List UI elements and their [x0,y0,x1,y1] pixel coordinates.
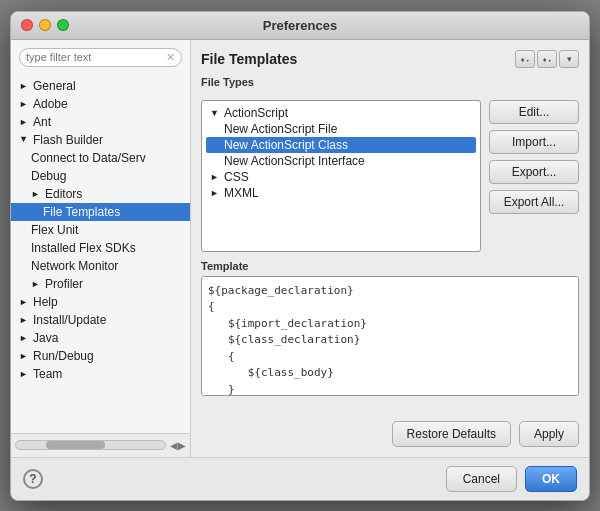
ft-item-label: MXML [224,186,259,200]
ft-item-actionscript[interactable]: ▼ ActionScript [206,105,476,121]
sidebar-tree: ► General ► Adobe ► Ant ► Flash Builder [11,75,190,433]
sidebar-item-flex-unit[interactable]: Flex Unit [11,221,190,239]
sidebar-item-profiler[interactable]: ► Profiler [11,275,190,293]
sidebar-item-label: Profiler [45,277,83,291]
ft-item-label: New ActionScript Class [224,138,348,152]
sidebar-item-label: Flex Unit [31,223,78,237]
search-container: ✕ [19,48,182,67]
help-icon[interactable]: ? [23,469,43,489]
sidebar-scrollbar-area: ◀▶ [11,433,190,457]
sidebar-item-install-update[interactable]: ► Install/Update [11,311,190,329]
ft-item-css[interactable]: ► CSS [206,169,476,185]
sidebar-item-debug[interactable]: Debug [11,167,190,185]
sidebar-item-label: Debug [31,169,66,183]
sidebar-item-label: Installed Flex SDKs [31,241,136,255]
arrow-icon: ► [19,369,29,379]
main-content: ✕ ► General ► Adobe ► Ant [11,40,589,457]
sidebar-item-label: Ant [33,115,51,129]
sidebar-item-flash-builder[interactable]: ► Flash Builder [11,131,190,149]
restore-apply-row: Restore Defaults Apply [201,417,579,447]
arrow-icon: ► [31,189,41,199]
sidebar-item-label: Team [33,367,62,381]
search-input[interactable] [26,51,166,63]
dialog-buttons: Cancel OK [446,466,577,492]
sidebar-item-label: Install/Update [33,313,106,327]
template-text: ${package_declaration} { ${import_declar… [208,283,572,396]
sidebar-item-help[interactable]: ► Help [11,293,190,311]
titlebar: Preferences [11,12,589,40]
arrow-icon: ▼ [210,108,220,118]
arrow-icon: ► [210,188,220,198]
nav-back-button[interactable]: ⬧▾ [515,50,535,68]
ft-item-new-as-class[interactable]: New ActionScript Class [206,137,476,153]
arrow-icon: ► [19,351,29,361]
import-button[interactable]: Import... [489,130,579,154]
sidebar-item-adobe[interactable]: ► Adobe [11,95,190,113]
ft-item-label: New ActionScript File [224,122,337,136]
sidebar-item-label: Adobe [33,97,68,111]
sidebar-item-java[interactable]: ► Java [11,329,190,347]
arrow-icon: ► [19,81,29,91]
sidebar-item-label: Help [33,295,58,309]
export-all-button[interactable]: Export All... [489,190,579,214]
sidebar-item-label: Java [33,331,58,345]
panel-header: File Templates ⬧▾ ⬧▾ ▾ [201,50,579,68]
template-content-box: ${package_declaration} { ${import_declar… [201,276,579,396]
window-title: Preferences [263,18,337,33]
window-controls [21,19,69,31]
arrow-icon: ► [19,333,29,343]
sidebar-item-label: Network Monitor [31,259,118,273]
arrow-icon: ► [210,172,220,182]
scrollbar-thumb [46,441,106,449]
sidebar-item-label: General [33,79,76,93]
preferences-window: Preferences ✕ ► General ► Adobe [10,11,590,501]
nav-menu-button[interactable]: ▾ [559,50,579,68]
panel-title: File Templates [201,51,297,67]
sidebar: ✕ ► General ► Adobe ► Ant [11,40,191,457]
export-button[interactable]: Export... [489,160,579,184]
scroll-nav-icons[interactable]: ◀▶ [170,440,186,451]
right-panel: File Templates ⬧▾ ⬧▾ ▾ File Types ▼ Acti… [191,40,589,457]
ft-item-label: ActionScript [224,106,288,120]
sidebar-item-connect[interactable]: Connect to Data/Serv [11,149,190,167]
sidebar-item-label: Editors [45,187,82,201]
sidebar-item-ant[interactable]: ► Ant [11,113,190,131]
maximize-button[interactable] [57,19,69,31]
ft-item-mxml[interactable]: ► MXML [206,185,476,201]
arrow-icon: ► [19,99,29,109]
sidebar-item-editors[interactable]: ► Editors [11,185,190,203]
bottom-bar: ? Cancel OK [11,457,589,500]
sidebar-item-label: Connect to Data/Serv [31,151,146,165]
sidebar-item-file-templates[interactable]: File Templates [11,203,190,221]
side-buttons: Edit... Import... Export... Export All..… [489,100,579,252]
sidebar-item-installed-flex-sdks[interactable]: Installed Flex SDKs [11,239,190,257]
cancel-button[interactable]: Cancel [446,466,517,492]
file-types-label: File Types [201,76,579,88]
sidebar-item-team[interactable]: ► Team [11,365,190,383]
file-types-section: ▼ ActionScript New ActionScript File New… [201,100,579,252]
sidebar-item-general[interactable]: ► General [11,77,190,95]
template-label: Template [201,260,579,272]
template-section: Template ${package_declaration} { ${impo… [201,260,579,409]
arrow-icon: ► [19,117,29,127]
sidebar-scrollbar[interactable] [15,440,166,450]
file-types-tree: ▼ ActionScript New ActionScript File New… [202,101,480,251]
arrow-icon: ► [19,135,29,145]
ok-button[interactable]: OK [525,466,577,492]
ft-item-label: New ActionScript Interface [224,154,365,168]
nav-forward-button[interactable]: ⬧▾ [537,50,557,68]
sidebar-item-run-debug[interactable]: ► Run/Debug [11,347,190,365]
edit-button[interactable]: Edit... [489,100,579,124]
ft-item-new-as-file[interactable]: New ActionScript File [206,121,476,137]
sidebar-item-network-monitor[interactable]: Network Monitor [11,257,190,275]
sidebar-item-label: File Templates [43,205,120,219]
arrow-icon: ► [31,279,41,289]
close-button[interactable] [21,19,33,31]
ft-item-new-as-interface[interactable]: New ActionScript Interface [206,153,476,169]
search-clear-icon[interactable]: ✕ [166,51,175,64]
minimize-button[interactable] [39,19,51,31]
apply-button[interactable]: Apply [519,421,579,447]
sidebar-item-label: Run/Debug [33,349,94,363]
ft-item-label: CSS [224,170,249,184]
restore-defaults-button[interactable]: Restore Defaults [392,421,511,447]
